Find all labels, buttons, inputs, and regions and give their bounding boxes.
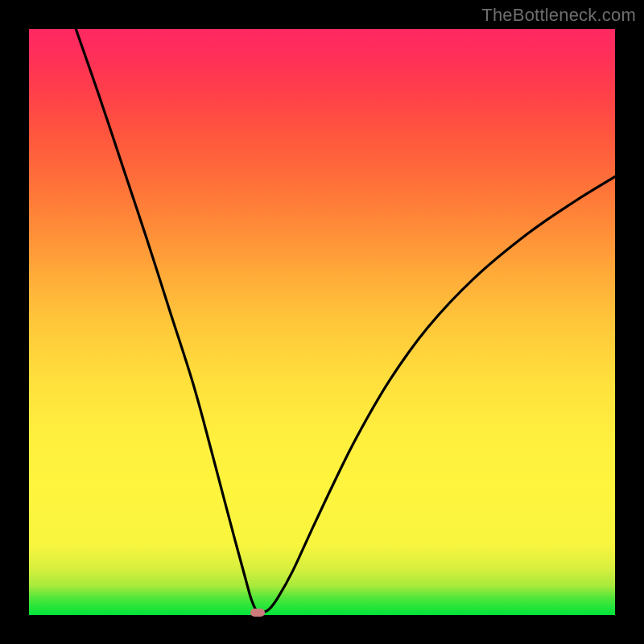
curve-svg: [29, 29, 615, 615]
plot-area: [29, 29, 615, 615]
bottleneck-curve: [76, 29, 615, 613]
minimum-marker: [250, 609, 265, 617]
watermark-text: TheBottleneck.com: [481, 5, 636, 26]
chart-frame: TheBottleneck.com: [0, 0, 644, 644]
